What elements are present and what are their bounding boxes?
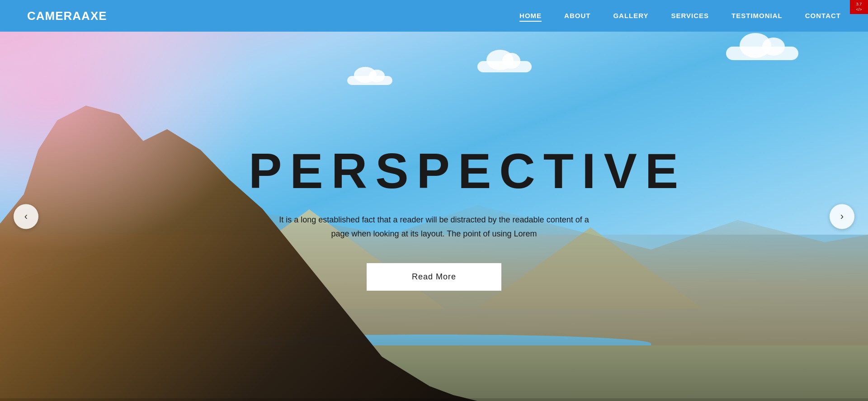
cloud-1 <box>477 61 532 72</box>
hero-bottom-strip <box>0 398 868 401</box>
nav-link-testimonial[interactable]: TESTIMONIAL <box>731 9 783 22</box>
csdn-badge: 3.7</> <box>850 0 868 14</box>
chevron-right-icon: › <box>840 211 844 222</box>
hero-content: PERSPECTIVE It is a long established fac… <box>231 142 637 291</box>
carousel-prev-button[interactable]: ‹ <box>14 204 38 229</box>
nav-link-contact[interactable]: CONTACT <box>805 9 841 22</box>
read-more-button[interactable]: Read More <box>367 263 501 291</box>
hero-subtitle: It is a long established fact that a rea… <box>276 213 592 241</box>
carousel-next-button[interactable]: › <box>830 204 854 229</box>
nav-item-home[interactable]: HOME <box>519 12 542 20</box>
cloud-3 <box>347 76 392 85</box>
hero-title: PERSPECTIVE <box>249 142 619 199</box>
nav-item-testimonial[interactable]: TESTIMONIAL <box>731 12 783 20</box>
nav-link-about[interactable]: ABOUT <box>564 9 590 22</box>
nav-item-about[interactable]: ABOUT <box>564 12 590 20</box>
nav-link-home[interactable]: HOME <box>519 9 542 22</box>
cloud-2 <box>726 47 798 60</box>
chevron-left-icon: ‹ <box>24 211 28 222</box>
nav-item-gallery[interactable]: GALLERY <box>613 12 648 20</box>
nav-menu: HOME ABOUT GALLERY SERVICES TESTIMONIAL … <box>519 12 841 20</box>
nav-link-services[interactable]: SERVICES <box>671 9 709 22</box>
hero-section: ‹ PERSPECTIVE It is a long established f… <box>0 32 868 401</box>
navbar: CAMERAAXE HOME ABOUT GALLERY SERVICES TE… <box>0 0 868 32</box>
nav-link-gallery[interactable]: GALLERY <box>613 9 648 22</box>
nav-item-contact[interactable]: CONTACT <box>805 12 841 20</box>
brand-logo[interactable]: CAMERAAXE <box>27 9 107 23</box>
nav-item-services[interactable]: SERVICES <box>671 12 709 20</box>
